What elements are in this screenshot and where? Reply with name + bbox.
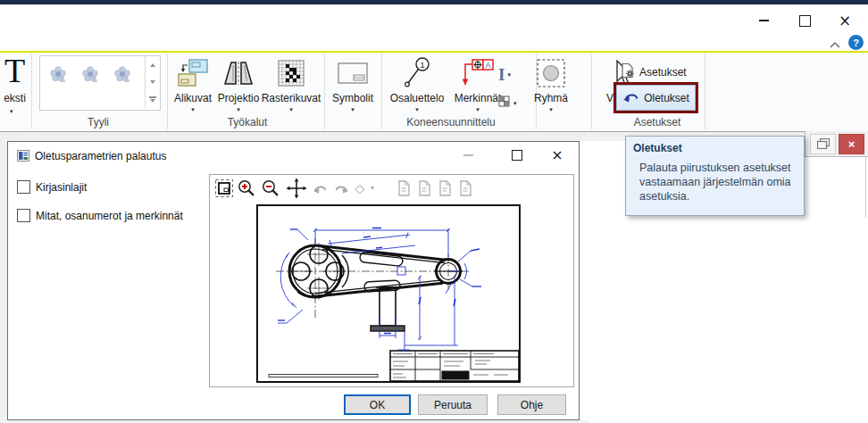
close-icon: ×: [839, 13, 851, 29]
osaluettelo-button[interactable]: 1 Osaluettelo ▾: [384, 54, 450, 119]
triangle-down-icon: [150, 80, 155, 84]
page-icon: [417, 179, 432, 197]
snap-point-dropdown[interactable]: ▾: [367, 178, 378, 199]
text-style-dropdown-arrow[interactable]: ▾: [507, 71, 511, 79]
redo-icon: [333, 181, 349, 195]
merkinnat-label: Merkinnät: [455, 92, 502, 104]
projektio-button[interactable]: Projektio ▾: [216, 54, 261, 119]
tooltip-title: Oletukset: [633, 142, 682, 154]
undo-view-button[interactable]: [310, 178, 331, 199]
settings-page-gear-icon: [620, 62, 636, 81]
undo-arrow-icon: [622, 90, 639, 106]
help-button-dialog[interactable]: Ohje: [497, 394, 566, 415]
dialog-maximize-button[interactable]: [504, 145, 530, 165]
oletukset-label: Oletukset: [644, 92, 689, 104]
checkbox-row-dimensions: Mitat, osanumerot ja merkinnät: [17, 209, 183, 222]
help-button[interactable]: ?: [848, 35, 864, 50]
merkinnat-button[interactable]: A Merkinnät ▾: [450, 54, 505, 119]
text-style-button[interactable]: I ▾: [498, 66, 511, 84]
text-ibeam-icon: I: [498, 66, 505, 84]
maximize-icon: [512, 150, 522, 161]
oletukset-highlight-frame: Oletukset: [613, 82, 698, 113]
triangle-down-icon: [150, 99, 155, 103]
snap-point-button[interactable]: ◇: [353, 178, 367, 199]
document-restore-button[interactable]: [810, 134, 836, 154]
osaluettelo-dropdown-arrow[interactable]: ▾: [415, 106, 419, 113]
merkinnat-dropdown-arrow[interactable]: ▾: [476, 106, 480, 113]
copy-view-button-1[interactable]: [393, 178, 414, 199]
kirjasinlajit-checkbox[interactable]: [17, 180, 30, 194]
symbolit-dropdown-arrow[interactable]: ▾: [351, 106, 355, 113]
zoom-in-button[interactable]: [236, 178, 257, 199]
group-divider: [31, 54, 32, 129]
raster-image-icon: [278, 54, 305, 92]
dialog-icon: [17, 149, 29, 165]
teksti-button-icon[interactable]: T: [0, 53, 29, 88]
teksti-dropdown-arrow[interactable]: ▾: [10, 108, 13, 115]
maximize-button[interactable]: [789, 9, 820, 32]
copy-view-button-3[interactable]: [434, 178, 455, 199]
zoom-out-button[interactable]: [260, 178, 281, 199]
pan-arrows-icon: [286, 178, 307, 199]
oletukset-button[interactable]: Oletukset: [616, 85, 696, 111]
alikuvat-dropdown-arrow[interactable]: ▾: [191, 106, 195, 113]
help-icon: ?: [853, 37, 859, 48]
document-close-button[interactable]: ×: [839, 134, 864, 154]
minimize-button[interactable]: [748, 9, 779, 32]
ryhma-label: Ryhmä: [534, 92, 568, 104]
ryhma-button[interactable]: Ryhmä ▾: [530, 54, 572, 119]
style-gallery[interactable]: [39, 55, 161, 111]
rasterikuvat-button[interactable]: Rasterikuvat ▾: [261, 54, 321, 119]
kirjasinlajit-label[interactable]: Kirjasinlajit: [36, 181, 87, 194]
teksti-button-label[interactable]: eksti: [0, 92, 29, 104]
gallery-scroll-up-button[interactable]: [146, 56, 160, 73]
preview-pane: ◇ ▾: [209, 174, 574, 387]
alikuvat-label: Alikuvat: [174, 92, 212, 104]
style-swatch-icon[interactable]: [49, 65, 67, 87]
ryhma-dropdown-arrow[interactable]: ▾: [549, 106, 553, 113]
group-divider: [591, 54, 592, 129]
drawing-preview-canvas[interactable]: [256, 204, 521, 383]
svg-text:1: 1: [420, 61, 424, 70]
symbolit-button[interactable]: Symbolit ▾: [325, 54, 380, 119]
projektio-dropdown-arrow[interactable]: ▾: [237, 106, 240, 113]
redo-view-button[interactable]: [330, 178, 352, 199]
group-divider: [705, 54, 705, 129]
group-divider: [167, 54, 168, 129]
copy-view-button-4[interactable]: [455, 178, 476, 199]
svg-text:A: A: [485, 61, 490, 70]
gallery-scrollbar: [145, 56, 160, 108]
group-label-tyokalut: Työkalut: [203, 116, 292, 129]
zoom-window-button[interactable]: [213, 178, 235, 199]
style-swatch-icon[interactable]: [113, 65, 131, 87]
group-selection-icon: [536, 54, 566, 92]
close-button[interactable]: ×: [830, 9, 860, 32]
zoom-out-icon: [261, 178, 280, 198]
pan-button[interactable]: [286, 178, 307, 199]
mitat-label[interactable]: Mitat, osanumerot ja merkinnät: [36, 210, 183, 222]
dialog-minimize-button[interactable]: [455, 145, 481, 165]
copy-view-button-2[interactable]: [413, 178, 435, 199]
asetukset-button[interactable]: Asetukset: [620, 62, 687, 81]
page-icon: [396, 179, 412, 197]
projektio-label: Projektio: [218, 92, 260, 104]
workspace-edge-line: [865, 157, 866, 218]
dialog-close-button[interactable]: ×: [544, 145, 571, 165]
ok-button[interactable]: OK: [344, 394, 411, 415]
hatch-dropdown-arrow[interactable]: ▾: [513, 100, 517, 107]
hatch-button[interactable]: ▾: [498, 95, 517, 112]
alikuvat-button[interactable]: Alikuvat ▾: [170, 54, 216, 119]
style-swatch-icon[interactable]: [81, 65, 99, 87]
gallery-scroll-down-button[interactable]: [146, 73, 160, 90]
cancel-button[interactable]: Peruuta: [418, 394, 488, 415]
asetukset-label: Asetukset: [639, 66, 687, 79]
rasterikuvat-dropdown-arrow[interactable]: ▾: [289, 106, 293, 113]
restore-icon: [817, 138, 830, 149]
page-icon: [438, 179, 453, 197]
gallery-expand-button[interactable]: [146, 91, 160, 108]
document-window-controls: ×: [805, 131, 868, 157]
page-icon: [458, 179, 473, 197]
app-window: × ? T eksti ▾: [0, 0, 868, 423]
mitat-checkbox[interactable]: [17, 209, 30, 222]
workspace-left-edge: [0, 141, 7, 423]
